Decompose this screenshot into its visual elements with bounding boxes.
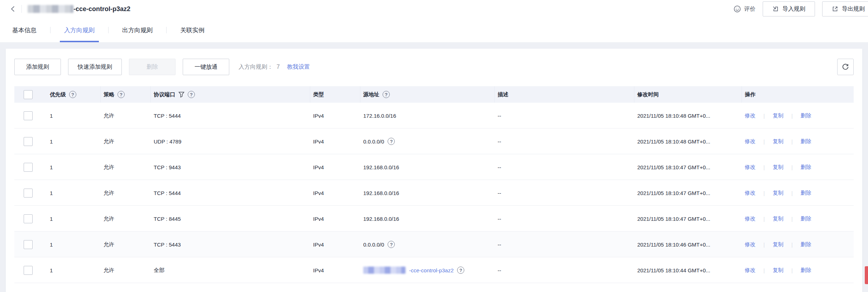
filter-icon[interactable] [178, 92, 184, 98]
modified-time-cell: 2021/11/05 18:10:47 GMT+0... [634, 206, 742, 232]
export-rules-label: 导出规则 [842, 5, 865, 13]
description-cell: -- [494, 154, 634, 180]
col-protocol: 协议端口 ? [150, 86, 310, 103]
tab-inbound-rules[interactable]: 入方向规则 [60, 18, 99, 42]
policy-cell: 允许 [100, 154, 150, 180]
add-rule-button[interactable]: 添加规则 [14, 59, 61, 75]
op-separator: | [763, 216, 765, 222]
op-delete-link[interactable]: 删除 [801, 112, 811, 119]
op-separator: | [763, 190, 765, 196]
policy-cell: 允许 [100, 128, 150, 154]
export-rules-button[interactable]: 导出规则 [822, 1, 868, 16]
op-delete-link[interactable]: 删除 [801, 267, 811, 274]
op-delete-link[interactable]: 删除 [801, 241, 811, 248]
op-copy-link[interactable]: 复制 [773, 241, 783, 248]
select-all-checkbox[interactable] [24, 90, 33, 99]
op-copy-link[interactable]: 复制 [773, 190, 783, 196]
import-rules-button[interactable]: 导入规则 [763, 1, 815, 16]
teach-me-link[interactable]: 教我设置 [287, 63, 310, 71]
source-cell: 172.16.0.0/16 [360, 103, 494, 128]
table-row: 1 允许 UDP : 4789 IPv4 0.0.0.0/0 ? -- 2021… [14, 128, 854, 154]
row-checkbox[interactable] [24, 137, 33, 146]
type-cell: IPv4 [310, 206, 360, 232]
row-checkbox[interactable] [24, 189, 33, 198]
feedback-button[interactable]: 评价 [733, 5, 756, 13]
rules-card: 添加规则 快速添加规则 删除 一键放通 入方向规则：7 教我设置 优先级 ? 策… [6, 49, 862, 292]
op-copy-link[interactable]: 复制 [773, 112, 783, 119]
tab-bar: 基本信息 入方向规则 出方向规则 关联实例 [0, 18, 868, 42]
op-copy-link[interactable]: 复制 [773, 215, 783, 222]
allow-all-button[interactable]: 一键放通 [183, 59, 229, 75]
source-cell-help-icon[interactable]: ? [388, 138, 395, 145]
policy-help-icon[interactable]: ? [118, 91, 125, 98]
col-source-label: 源地址 [363, 91, 379, 98]
op-modify-link[interactable]: 修改 [745, 190, 756, 196]
source-cell-help-icon[interactable]: ? [457, 267, 464, 274]
op-modify-link[interactable]: 修改 [745, 112, 756, 119]
row-checkbox[interactable] [24, 214, 33, 223]
row-checkbox[interactable] [24, 163, 33, 172]
modified-time-cell: 2021/11/05 18:10:44 GMT+0... [634, 257, 742, 283]
tab-outbound-rules[interactable]: 出方向规则 [118, 18, 157, 42]
back-chevron-icon [10, 5, 17, 13]
row-checkbox[interactable] [24, 240, 33, 249]
tab-basic-info[interactable]: 基本信息 [8, 18, 41, 42]
protocol-help-icon[interactable]: ? [188, 91, 195, 98]
op-delete-link[interactable]: 删除 [801, 164, 811, 171]
table-row: 1 允许 TCP : 5444 IPv4 172.16.0.0/16 -- 20… [14, 103, 854, 128]
op-separator: | [791, 138, 793, 145]
row-checkbox-cell [14, 257, 47, 283]
col-priority-label: 优先级 [50, 91, 66, 98]
op-delete-link[interactable]: 删除 [801, 190, 811, 196]
source-cell-help-icon[interactable]: ? [388, 241, 395, 248]
toolbar: 添加规则 快速添加规则 删除 一键放通 入方向规则：7 教我设置 [14, 59, 854, 75]
protocol-cell: UDP : 4789 [150, 128, 310, 154]
op-delete-link[interactable]: 删除 [801, 138, 811, 145]
protocol-cell: 全部 [150, 257, 310, 283]
refresh-button[interactable] [837, 59, 854, 75]
row-checkbox[interactable] [24, 111, 33, 120]
modified-time-cell: 2021/11/05 18:10:47 GMT+0... [634, 180, 742, 206]
priority-help-icon[interactable]: ? [69, 91, 76, 98]
source-help-icon[interactable]: ? [383, 91, 390, 98]
row-checkbox-cell [14, 206, 47, 232]
op-modify-link[interactable]: 修改 [745, 267, 756, 274]
row-checkbox[interactable] [24, 266, 33, 275]
policy-cell: 允许 [100, 232, 150, 257]
op-separator: | [791, 190, 793, 196]
op-modify-link[interactable]: 修改 [745, 241, 756, 248]
op-modify-link[interactable]: 修改 [745, 164, 756, 171]
table-row: 1 允许 TCP : 5444 IPv4 192.168.0.0/16 -- 2… [14, 180, 854, 206]
rules-table: 优先级 ? 策略 ? 协议端口 ? 类型 源地址 ? 描述 [14, 86, 854, 283]
description-cell: -- [494, 128, 634, 154]
op-copy-link[interactable]: 复制 [773, 164, 783, 171]
op-separator: | [763, 267, 765, 273]
smiley-icon [733, 5, 741, 13]
row-checkbox-cell [14, 154, 47, 180]
modified-time-cell: 2021/11/05 18:10:48 GMT+0... [634, 128, 742, 154]
op-separator: | [791, 267, 793, 273]
quick-add-rule-button[interactable]: 快速添加规则 [68, 59, 122, 75]
back-button[interactable] [8, 4, 19, 14]
op-delete-link[interactable]: 删除 [801, 215, 811, 222]
table-row: 1 允许 全部 IPv4 -cce-control-p3az2 ? -- 202… [14, 257, 854, 283]
rule-count-value: 7 [277, 64, 280, 70]
op-modify-link[interactable]: 修改 [745, 215, 756, 222]
op-copy-link[interactable]: 复制 [773, 267, 783, 274]
delete-button[interactable]: 删除 [129, 59, 176, 75]
op-modify-link[interactable]: 修改 [745, 138, 756, 145]
protocol-cell: TCP : 9443 [150, 154, 310, 180]
row-checkbox-cell [14, 232, 47, 257]
col-description: 描述 [494, 86, 634, 103]
source-value: 0.0.0.0/0 [363, 138, 384, 145]
priority-cell: 1 [47, 180, 100, 206]
op-separator: | [763, 113, 765, 119]
type-cell: IPv4 [310, 128, 360, 154]
op-copy-link[interactable]: 复制 [773, 138, 783, 145]
col-modified-label: 修改时间 [637, 91, 659, 98]
priority-cell: 1 [47, 206, 100, 232]
tab-associated-instances[interactable]: 关联实例 [176, 18, 209, 42]
policy-cell: 允许 [100, 257, 150, 283]
source-cell: 0.0.0.0/0 ? [360, 128, 494, 154]
operations-cell: 修改|复制|删除 [742, 232, 854, 257]
